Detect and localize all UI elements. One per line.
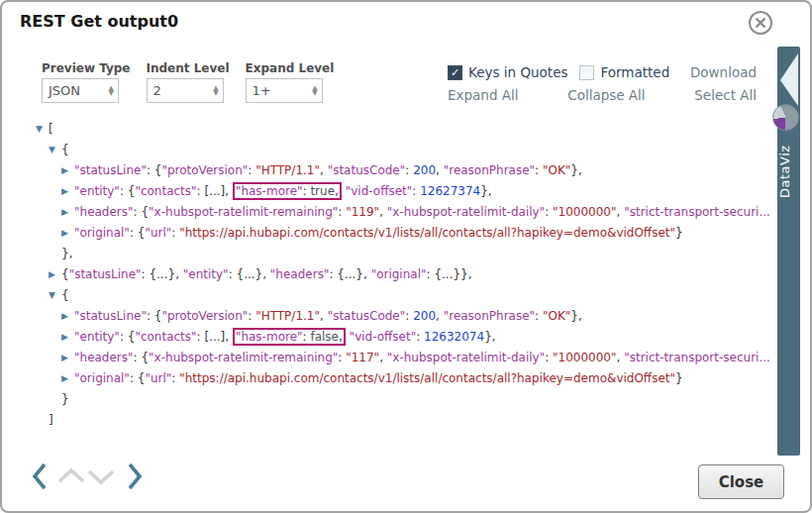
json-token-key: "original" <box>74 371 130 385</box>
json-token-punc: : <box>535 163 543 177</box>
json-token-str: "https://api.hubapi.com/contacts/v1/list… <box>179 226 675 240</box>
preview-type-value: JSON <box>49 83 80 98</box>
collapse-all-link[interactable]: Collapse All <box>567 87 645 103</box>
json-token-key: "x-hubspot-ratelimit-daily" <box>387 205 545 219</box>
expand-level-select[interactable]: 1+ ▲▼ <box>246 78 323 103</box>
json-token-punc: } <box>61 392 69 406</box>
json-token-punc: }, <box>770 205 772 219</box>
json-token-punc: : { <box>147 309 162 323</box>
json-token-key: "strict-transport-securi... <box>624 351 770 364</box>
highlight-box: "has-more": true, <box>233 182 342 200</box>
collapse-panel-icon[interactable] <box>777 49 800 110</box>
json-token-key: "statusCode" <box>328 163 406 177</box>
expand-node-icon[interactable]: ▶ <box>61 306 74 327</box>
json-token-str: "HTTP/1.1" <box>255 163 320 177</box>
json-token-punc: : {...}, <box>229 267 270 281</box>
json-token-key: "contacts" <box>135 330 196 344</box>
expand-node-icon[interactable]: ▶ <box>61 181 74 202</box>
json-token-punc: , <box>320 309 328 323</box>
close-icon[interactable] <box>748 10 773 36</box>
highlight-box: "has-more": false, <box>233 328 346 346</box>
json-token-key: "headers" <box>74 205 134 219</box>
pie-chart-icon[interactable] <box>772 104 799 131</box>
json-token-punc: : <box>248 309 255 323</box>
json-token-key: "url" <box>145 226 171 240</box>
json-token-key: "has-more" <box>236 330 303 344</box>
json-token-punc: : { <box>130 371 146 385</box>
json-row: ▶"entity": {"contacts": [...], "has-more… <box>2 181 772 202</box>
json-preview-tree: ▼[▼{▶"statusLine": {"protoVersion": "HTT… <box>2 119 772 436</box>
json-token-punc: : [...], <box>197 184 233 198</box>
json-token-punc: : [...], <box>197 330 233 344</box>
expand-node-icon[interactable]: ▶ <box>61 327 74 348</box>
spinner-icon[interactable]: ▲▼ <box>312 86 317 96</box>
expand-level-value: 1+ <box>253 83 271 98</box>
close-button[interactable]: Close <box>698 464 784 499</box>
json-token-punc: , <box>335 184 339 198</box>
expand-node-icon[interactable]: ▶ <box>49 264 61 285</box>
json-token-str: "OK" <box>543 163 570 177</box>
expand-node-icon[interactable]: ▶ <box>61 348 74 368</box>
json-token-str: "1000000" <box>553 351 616 364</box>
preview-type-label: Preview Type <box>42 61 131 75</box>
json-token-punc: , <box>617 351 625 364</box>
json-token-key: "reasonPhrase" <box>444 163 535 177</box>
json-token-punc: : {...}, <box>329 267 370 281</box>
json-row: ▶"original": {"url": "https://api.hubapi… <box>2 368 772 389</box>
collapse-node-icon[interactable]: ▼ <box>36 119 49 140</box>
json-token-key: "original" <box>371 267 427 281</box>
json-token-key: "protoVersion" <box>161 309 248 323</box>
collapse-node-icon[interactable]: ▼ <box>49 140 61 160</box>
json-token-punc: , <box>320 163 328 177</box>
dialog-title: REST Get output0 <box>20 12 178 31</box>
json-token-punc: : <box>338 351 346 364</box>
collapse-node-icon[interactable]: ▼ <box>49 285 61 306</box>
preview-dialog: REST Get output0 Preview Type JSON ▲▼ In… <box>0 0 812 513</box>
json-row: ▶"entity": {"contacts": [...], "has-more… <box>2 327 772 348</box>
json-token-num: 200 <box>413 163 436 177</box>
json-token-key: "reasonPhrase" <box>444 309 535 323</box>
expand-node-icon[interactable]: ▶ <box>61 368 74 389</box>
json-token-str: "117" <box>346 351 379 364</box>
prev-page-icon[interactable] <box>35 464 45 488</box>
json-token-punc: : { <box>134 351 150 364</box>
json-token-punc: : { <box>120 184 136 198</box>
json-token-punc: }, <box>480 184 491 198</box>
expand-node-icon[interactable]: ▶ <box>61 202 74 223</box>
json-token-punc: , <box>436 163 444 177</box>
json-token-punc: : <box>338 205 346 219</box>
json-token-punc: }, <box>770 351 772 364</box>
expand-node-icon[interactable]: ▶ <box>61 160 74 181</box>
indent-level-select[interactable]: 2 ▲▼ <box>147 78 224 103</box>
json-token-punc: : {...}, <box>142 267 183 281</box>
json-token-punc: : <box>171 371 179 385</box>
json-token-key: "headers" <box>270 267 330 281</box>
spinner-icon[interactable]: ▲▼ <box>109 86 114 96</box>
json-token-num: 12627374 <box>420 184 480 198</box>
view-options: Keys in Quotes Formatted Download Expand… <box>448 64 757 103</box>
spinner-icon[interactable]: ▲▼ <box>213 86 218 96</box>
scroll-up-icon <box>59 470 83 481</box>
json-token-punc: : <box>535 309 543 323</box>
download-link[interactable]: Download <box>690 64 757 80</box>
json-token-key: "headers" <box>74 351 134 364</box>
json-token-str: "https://api.hubapi.com/contacts/v1/list… <box>179 371 675 385</box>
preview-type-select[interactable]: JSON ▲▼ <box>42 78 119 103</box>
next-page-icon[interactable] <box>130 464 140 488</box>
select-all-link[interactable]: Select All <box>694 87 757 103</box>
json-row: }, <box>2 244 772 264</box>
preview-settings: Preview Type JSON ▲▼ Indent Level 2 ▲▼ E… <box>42 61 334 103</box>
keys-in-quotes-checkbox[interactable] <box>448 65 462 80</box>
dataviz-tab-label: DataViz <box>777 134 800 209</box>
formatted-checkbox[interactable] <box>579 65 594 80</box>
json-token-punc: : { <box>130 226 146 240</box>
json-token-punc: : <box>545 351 553 364</box>
json-token-punc: : <box>248 163 255 177</box>
indent-level-label: Indent Level <box>147 61 230 75</box>
json-row: ▼[ <box>2 119 772 140</box>
json-token-punc: } <box>675 226 683 240</box>
json-token-key: "statusLine" <box>74 163 147 177</box>
expand-all-link[interactable]: Expand All <box>448 87 519 103</box>
expand-node-icon[interactable]: ▶ <box>61 223 74 244</box>
json-token-punc: { <box>61 143 69 156</box>
